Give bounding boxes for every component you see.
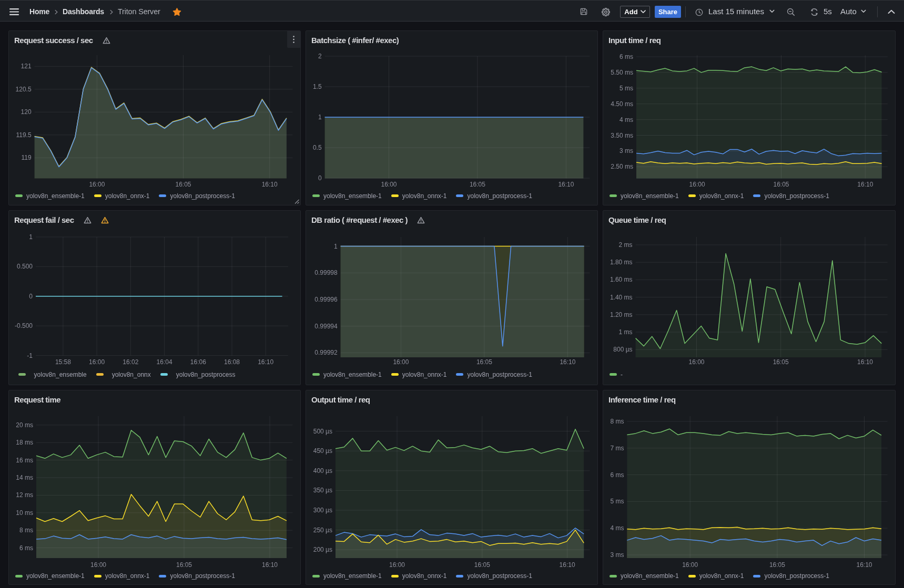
svg-text:119.5: 119.5 [16, 131, 31, 139]
svg-text:16:10: 16:10 [558, 181, 574, 188]
svg-text:18 ms: 18 ms [16, 439, 33, 446]
svg-text:350 µs: 350 µs [313, 487, 332, 494]
svg-text:10 ms: 10 ms [16, 509, 33, 517]
svg-text:16:10: 16:10 [560, 561, 575, 569]
svg-text:400 µs: 400 µs [313, 467, 332, 474]
svg-text:121: 121 [21, 63, 32, 70]
svg-text:16:10: 16:10 [857, 181, 873, 188]
svg-text:1.40 ms: 1.40 ms [610, 294, 633, 301]
svg-text:2.50 ms: 2.50 ms [611, 163, 633, 170]
svg-text:14 ms: 14 ms [16, 474, 33, 481]
svg-text:16:08: 16:08 [224, 358, 240, 366]
svg-text:1.20 ms: 1.20 ms [610, 311, 633, 318]
svg-text:16:00: 16:00 [682, 561, 698, 569]
svg-text:16:05: 16:05 [773, 181, 789, 188]
svg-text:16:00: 16:00 [90, 561, 106, 569]
svg-text:16:10: 16:10 [258, 358, 273, 366]
svg-text:16:02: 16:02 [123, 358, 138, 366]
svg-text:16:00: 16:00 [689, 181, 705, 188]
svg-text:16:00: 16:00 [389, 561, 405, 569]
svg-text:16:05: 16:05 [470, 181, 485, 188]
svg-text:3 ms: 3 ms [610, 551, 624, 559]
svg-text:5 ms: 5 ms [619, 85, 633, 92]
svg-text:1.80 ms: 1.80 ms [610, 259, 633, 266]
svg-text:1: 1 [29, 233, 33, 241]
svg-text:16:05: 16:05 [476, 358, 492, 366]
svg-text:20 ms: 20 ms [16, 421, 33, 429]
svg-text:16:00: 16:00 [393, 358, 409, 366]
svg-text:120: 120 [21, 108, 32, 116]
svg-text:-0.500: -0.500 [15, 322, 33, 329]
svg-text:16:10: 16:10 [857, 358, 873, 366]
svg-text:250 µs: 250 µs [313, 527, 332, 534]
svg-text:16:10: 16:10 [262, 561, 278, 569]
svg-text:0.99994: 0.99994 [314, 323, 338, 330]
svg-text:800 µs: 800 µs [613, 346, 632, 353]
svg-text:16:00: 16:00 [89, 181, 105, 188]
svg-text:4.50 ms: 4.50 ms [611, 100, 633, 108]
svg-text:200 µs: 200 µs [313, 546, 332, 553]
svg-text:16:10: 16:10 [262, 181, 278, 188]
svg-text:0.99996: 0.99996 [314, 296, 338, 303]
svg-text:1.60 ms: 1.60 ms [610, 276, 633, 283]
svg-text:16:00: 16:00 [381, 181, 397, 188]
svg-text:7 ms: 7 ms [610, 445, 624, 452]
svg-text:3.50 ms: 3.50 ms [611, 132, 633, 139]
svg-text:1 ms: 1 ms [619, 328, 633, 336]
svg-text:6 ms: 6 ms [610, 471, 624, 479]
svg-text:0.500: 0.500 [17, 263, 33, 270]
svg-text:2 ms: 2 ms [619, 241, 633, 249]
svg-text:16:00: 16:00 [688, 358, 704, 366]
svg-text:6 ms: 6 ms [19, 544, 33, 552]
svg-text:500 µs: 500 µs [313, 428, 332, 435]
svg-text:450 µs: 450 µs [313, 447, 332, 455]
svg-text:0: 0 [318, 174, 322, 182]
svg-text:16:05: 16:05 [769, 561, 785, 569]
svg-text:0.99992: 0.99992 [314, 349, 338, 356]
svg-text:0: 0 [29, 293, 33, 300]
svg-text:16:05: 16:05 [176, 561, 192, 569]
svg-text:300 µs: 300 µs [313, 507, 332, 514]
svg-text:8 ms: 8 ms [19, 527, 33, 534]
svg-text:16:00: 16:00 [89, 358, 105, 366]
svg-text:16:05: 16:05 [175, 181, 191, 188]
svg-text:1: 1 [334, 243, 338, 250]
svg-text:0.5: 0.5 [313, 144, 322, 151]
svg-text:3 ms: 3 ms [619, 147, 633, 154]
svg-text:16:10: 16:10 [856, 561, 872, 569]
svg-text:120.5: 120.5 [16, 86, 32, 93]
svg-text:1.5: 1.5 [313, 83, 322, 90]
svg-text:16:05: 16:05 [773, 358, 789, 366]
svg-text:0.99998: 0.99998 [314, 269, 338, 276]
svg-text:16 ms: 16 ms [16, 457, 33, 464]
svg-text:16:04: 16:04 [157, 358, 172, 366]
svg-text:6 ms: 6 ms [619, 53, 633, 60]
svg-text:-1: -1 [27, 352, 33, 359]
svg-text:5.50 ms: 5.50 ms [611, 69, 633, 76]
svg-text:1: 1 [318, 114, 322, 121]
svg-text:12 ms: 12 ms [16, 491, 33, 499]
svg-text:15:58: 15:58 [55, 358, 71, 366]
svg-text:4 ms: 4 ms [610, 524, 624, 532]
svg-text:5 ms: 5 ms [610, 498, 624, 505]
svg-text:16:06: 16:06 [190, 358, 206, 366]
svg-text:119: 119 [21, 154, 31, 161]
svg-text:4 ms: 4 ms [619, 116, 633, 123]
svg-text:2: 2 [318, 53, 322, 60]
svg-text:16:05: 16:05 [474, 561, 490, 569]
svg-text:16:10: 16:10 [560, 358, 575, 366]
svg-text:8 ms: 8 ms [610, 418, 624, 425]
